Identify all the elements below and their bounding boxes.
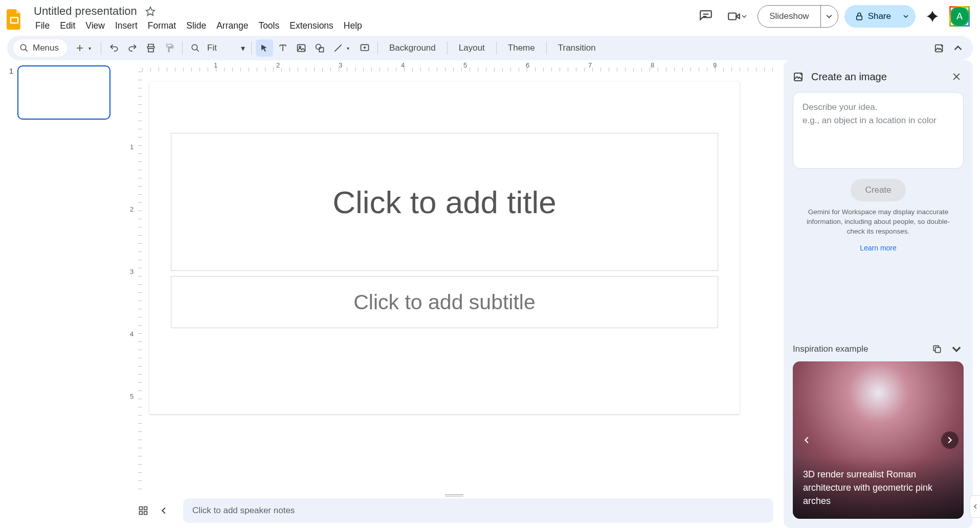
transition-button[interactable]: Transition — [551, 39, 603, 57]
paint-format-button — [161, 39, 178, 57]
comments-icon[interactable] — [695, 6, 717, 27]
star-icon[interactable] — [143, 4, 158, 18]
text-box-button[interactable] — [274, 39, 292, 57]
speaker-notes-input[interactable]: Click to add speaker notes — [183, 498, 773, 523]
menu-extensions[interactable]: Extensions — [285, 18, 338, 33]
share-label: Share — [868, 11, 891, 21]
menu-arrange[interactable]: Arrange — [212, 18, 253, 33]
avatar-letter: A — [951, 7, 968, 26]
horizontal-ruler[interactable]: 1 2 3 4 5 6 7 8 9 — [142, 60, 781, 72]
collapse-filmstrip-icon[interactable] — [155, 502, 172, 519]
notes-splitter[interactable] — [128, 492, 781, 498]
expand-icon[interactable] — [949, 342, 964, 356]
create-button: Create — [851, 179, 905, 201]
zoom-tool-button[interactable] — [187, 39, 204, 57]
inspiration-caption: 3D render surrealist Roman architecture … — [793, 456, 964, 519]
comment-add-button[interactable] — [356, 39, 373, 57]
select-tool-button[interactable] — [256, 39, 273, 57]
theme-button[interactable]: Theme — [501, 39, 542, 57]
svg-point-15 — [316, 44, 321, 50]
inspiration-next-button[interactable] — [941, 431, 959, 449]
svg-rect-5 — [856, 16, 862, 20]
prompt-placeholder-line1: Describe your idea. — [803, 101, 954, 114]
sidebar-title: Create an image — [811, 71, 943, 83]
svg-rect-10 — [148, 49, 153, 52]
svg-line-7 — [25, 49, 28, 52]
slideshow-options-dropdown[interactable] — [820, 6, 838, 27]
slides-logo[interactable] — [5, 4, 31, 32]
grid-view-icon[interactable] — [135, 502, 151, 519]
new-slide-dropdown[interactable]: ▾ — [88, 45, 97, 51]
subtitle-placeholder[interactable]: Click to add subtitle — [171, 276, 718, 328]
copy-icon[interactable] — [930, 342, 944, 356]
svg-point-11 — [192, 44, 197, 50]
menu-tools[interactable]: Tools — [254, 18, 284, 33]
menubar: File Edit View Insert Format Slide Arran… — [31, 18, 695, 33]
line-button[interactable] — [329, 39, 347, 57]
doc-title-input[interactable]: Untitled presentation — [31, 4, 140, 19]
menu-view[interactable]: View — [81, 18, 109, 33]
gemini-disclaimer: Gemini for Workspace may display inaccur… — [793, 208, 964, 237]
slide-number: 1 — [6, 65, 13, 120]
background-button[interactable]: Background — [382, 39, 443, 57]
slide-canvas[interactable]: Click to add title Click to add subtitle — [149, 82, 740, 414]
insert-image-button[interactable] — [293, 39, 310, 57]
zoom-level-label: Fit — [207, 43, 221, 53]
account-avatar[interactable]: A — [949, 6, 970, 27]
inspiration-card[interactable]: 3D render surrealist Roman architecture … — [793, 361, 964, 519]
menu-insert[interactable]: Insert — [110, 18, 142, 33]
layout-button[interactable]: Layout — [452, 39, 492, 57]
share-main[interactable]: Share — [844, 11, 900, 21]
svg-rect-22 — [140, 507, 143, 510]
prompt-input[interactable]: Describe your idea. e.g., an object in a… — [793, 92, 964, 169]
toolbar: Menus ▾ — [7, 36, 973, 60]
collapse-toolbar-button[interactable] — [949, 39, 967, 57]
slideshow-button: Slideshow — [758, 5, 838, 28]
svg-line-12 — [196, 49, 199, 52]
svg-rect-25 — [144, 512, 147, 515]
menu-slide[interactable]: Slide — [182, 18, 211, 33]
svg-rect-13 — [298, 44, 305, 51]
menu-edit[interactable]: Edit — [55, 18, 80, 33]
menu-format[interactable]: Format — [143, 18, 181, 33]
svg-rect-24 — [140, 512, 143, 515]
zoom-level-dropdown[interactable]: Fit ▾ — [205, 43, 247, 53]
title-placeholder[interactable]: Click to add title — [171, 133, 718, 271]
shape-button[interactable] — [311, 39, 328, 57]
prompt-placeholder-line2: e.g., an object in a location in color — [803, 114, 954, 127]
inspiration-prev-button[interactable] — [798, 431, 815, 449]
undo-button[interactable] — [105, 39, 123, 57]
svg-rect-29 — [936, 348, 941, 353]
share-options-dropdown[interactable] — [900, 14, 916, 19]
svg-line-17 — [335, 44, 341, 51]
print-button[interactable] — [142, 39, 160, 57]
svg-point-6 — [20, 44, 26, 50]
svg-rect-1 — [11, 18, 17, 22]
svg-rect-23 — [144, 507, 147, 510]
vertical-ruler[interactable]: 1 2 3 4 5 — [128, 72, 142, 492]
svg-rect-4 — [728, 13, 736, 20]
chevron-down-icon: ▾ — [225, 43, 245, 53]
share-button: Share — [844, 5, 916, 28]
menu-help[interactable]: Help — [339, 18, 367, 33]
gemini-icon[interactable] — [922, 6, 943, 27]
search-menus-button[interactable]: Menus — [13, 39, 67, 57]
slideshow-start[interactable]: Slideshow — [758, 11, 820, 21]
learn-more-link[interactable]: Learn more — [793, 244, 964, 252]
search-menus-label: Menus — [33, 43, 59, 53]
menu-file[interactable]: File — [31, 18, 54, 33]
new-slide-button[interactable] — [71, 39, 88, 57]
search-icon — [19, 43, 29, 53]
inspiration-title: Inspiration example — [793, 344, 925, 354]
svg-rect-16 — [319, 48, 323, 52]
slide-thumbnail[interactable] — [17, 65, 110, 120]
create-image-toggle-icon[interactable] — [931, 39, 948, 57]
filmstrip-panel: 1 — [0, 60, 128, 528]
side-panel-toggle[interactable] — [970, 495, 980, 518]
redo-button[interactable] — [124, 39, 141, 57]
meet-icon[interactable] — [723, 6, 751, 27]
create-image-icon — [793, 71, 805, 83]
close-icon[interactable] — [949, 70, 964, 84]
create-image-sidebar: Create an image Describe your idea. e.g.… — [784, 60, 973, 528]
line-dropdown[interactable]: ▾ — [347, 45, 355, 51]
